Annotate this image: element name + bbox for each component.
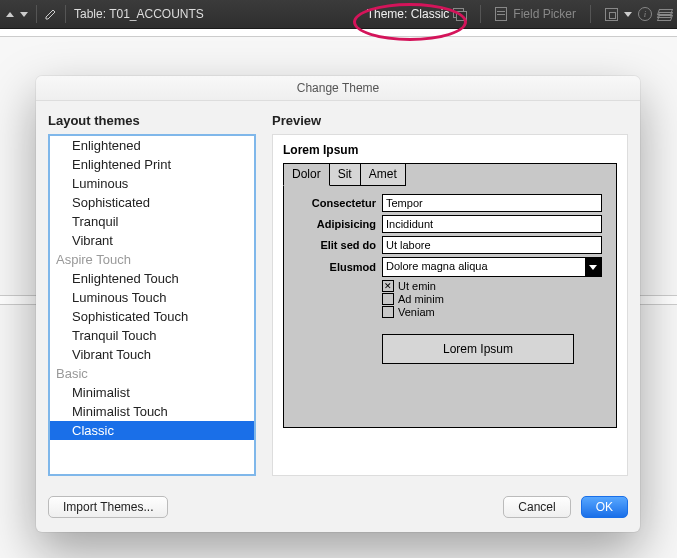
- checkbox-row[interactable]: Ad minim: [382, 293, 602, 305]
- preview-tabs: DolorSitAmet: [283, 163, 405, 186]
- field-picker-icon[interactable]: [495, 7, 507, 21]
- text-field[interactable]: Tempor: [382, 194, 602, 212]
- layout-themes-heading: Layout themes: [48, 113, 256, 128]
- checkbox-icon: [382, 293, 394, 305]
- select-field[interactable]: Dolore magna aliqua: [382, 257, 602, 277]
- theme-item[interactable]: Minimalist: [50, 383, 254, 402]
- field-picker-label[interactable]: Field Picker: [513, 7, 576, 21]
- theme-item[interactable]: Enlightened: [50, 136, 254, 155]
- checkbox-row[interactable]: Veniam: [382, 306, 602, 318]
- theme-group-header: Aspire Touch: [50, 250, 254, 269]
- preview-frame: Lorem Ipsum DolorSitAmet Consectetur Tem…: [272, 134, 628, 476]
- theme-item[interactable]: Enlightened Touch: [50, 269, 254, 288]
- toolbar-divider: [36, 5, 37, 23]
- checkbox-label: Ad minim: [398, 293, 444, 305]
- checkbox-icon: [382, 306, 394, 318]
- theme-item[interactable]: Vibrant: [50, 231, 254, 250]
- field-label: Adipisicing: [298, 218, 382, 230]
- theme-item[interactable]: Minimalist Touch: [50, 402, 254, 421]
- dialog-title: Change Theme: [36, 76, 640, 101]
- chevron-up-icon[interactable]: [6, 12, 14, 17]
- checkbox-label: Ut emin: [398, 280, 436, 292]
- toolbar-divider: [590, 5, 591, 23]
- chevron-down-icon[interactable]: [624, 12, 632, 17]
- pencil-icon[interactable]: [45, 8, 57, 20]
- toolbar-left-segment: [6, 12, 28, 17]
- duplicate-icon[interactable]: [453, 8, 466, 20]
- theme-item[interactable]: Luminous Touch: [50, 288, 254, 307]
- square-grid-icon[interactable]: [605, 8, 618, 21]
- preview-title: Lorem Ipsum: [283, 143, 617, 157]
- theme-item[interactable]: Tranquil: [50, 212, 254, 231]
- field-label: Elusmod: [298, 261, 382, 273]
- preview-button[interactable]: Lorem Ipsum: [382, 334, 574, 364]
- theme-item[interactable]: Classic: [50, 421, 254, 440]
- theme-item[interactable]: Vibrant Touch: [50, 345, 254, 364]
- field-label: Elit sed do: [298, 239, 382, 251]
- theme-item[interactable]: Enlightened Print: [50, 155, 254, 174]
- theme-group-header: Basic: [50, 364, 254, 383]
- preview-tab[interactable]: Sit: [329, 163, 361, 186]
- theme-item[interactable]: Sophisticated: [50, 193, 254, 212]
- background-stripe: [0, 28, 677, 37]
- chevron-down-icon[interactable]: [20, 12, 28, 17]
- toolbar-divider: [65, 5, 66, 23]
- layers-icon[interactable]: [658, 9, 671, 20]
- chevron-down-icon: [585, 258, 601, 276]
- theme-list[interactable]: EnlightenedEnlightened PrintLuminousSoph…: [48, 134, 256, 476]
- checkbox-icon: [382, 280, 394, 292]
- checkbox-row[interactable]: Ut emin: [382, 280, 602, 292]
- toolbar-divider: [480, 5, 481, 23]
- preview-tab[interactable]: Dolor: [283, 163, 330, 186]
- checkbox-label: Veniam: [398, 306, 435, 318]
- field-label: Consectetur: [298, 197, 382, 209]
- cancel-button[interactable]: Cancel: [503, 496, 570, 518]
- table-name-label[interactable]: Table: T01_ACCOUNTS: [74, 7, 204, 21]
- app-toolbar: Table: T01_ACCOUNTS Theme: Classic Field…: [0, 0, 677, 29]
- preview-panel: DolorSitAmet Consectetur Tempor Adipisic…: [283, 163, 617, 428]
- theme-item[interactable]: Sophisticated Touch: [50, 307, 254, 326]
- text-field[interactable]: Incididunt: [382, 215, 602, 233]
- change-theme-dialog: Change Theme Layout themes EnlightenedEn…: [36, 76, 640, 532]
- theme-item[interactable]: Tranquil Touch: [50, 326, 254, 345]
- theme-label[interactable]: Theme: Classic: [367, 7, 450, 21]
- preview-heading: Preview: [272, 113, 628, 128]
- ok-button[interactable]: OK: [581, 496, 628, 518]
- select-value: Dolore magna aliqua: [386, 260, 488, 272]
- theme-item[interactable]: Luminous: [50, 174, 254, 193]
- info-icon[interactable]: i: [638, 7, 652, 21]
- text-field[interactable]: Ut labore: [382, 236, 602, 254]
- preview-tab[interactable]: Amet: [360, 163, 406, 186]
- import-themes-button[interactable]: Import Themes...: [48, 496, 168, 518]
